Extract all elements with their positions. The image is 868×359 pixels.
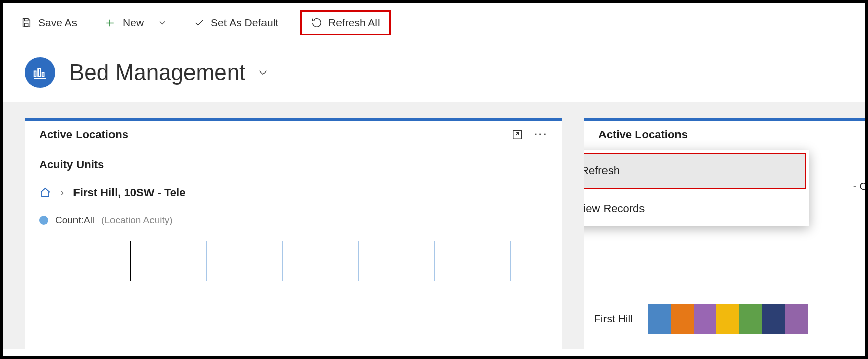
bar-segment xyxy=(785,304,808,334)
home-icon[interactable] xyxy=(39,187,51,199)
new-button[interactable]: ＋ New xyxy=(99,11,171,34)
page-title-dropdown[interactable]: Bed Management xyxy=(69,60,270,85)
chevron-down-icon xyxy=(256,66,270,79)
context-refresh[interactable]: Refresh xyxy=(584,153,806,189)
chart-legend: Count:All (Location Acuity) xyxy=(25,202,562,231)
chevron-down-icon xyxy=(157,18,167,28)
bar-segment xyxy=(671,304,694,334)
panel-active-locations-left: Active Locations ··· Acuity Units › Firs… xyxy=(25,118,562,349)
breadcrumb-left: › First Hill, 10SW - Tele xyxy=(25,181,562,202)
check-icon xyxy=(194,17,205,28)
stacked-bar xyxy=(648,304,808,334)
panel-title-left: Active Locations xyxy=(39,128,128,141)
context-view-records-label: View Records xyxy=(584,202,645,216)
svg-rect-0 xyxy=(24,18,28,21)
chart-row-label: First Hill xyxy=(589,313,633,325)
set-default-label: Set As Default xyxy=(211,17,278,29)
svg-rect-2 xyxy=(34,71,36,77)
toolbar: Save As ＋ New Set As Default Refresh All xyxy=(3,3,865,43)
chart-row-right: First Hill xyxy=(589,304,868,334)
svg-rect-5 xyxy=(513,131,521,139)
more-icon[interactable]: ··· xyxy=(534,128,548,141)
context-view-records[interactable]: View Records xyxy=(584,192,809,226)
save-icon xyxy=(21,17,32,28)
set-default-button[interactable]: Set As Default xyxy=(190,14,282,32)
breadcrumb-separator: › xyxy=(60,186,64,199)
refresh-all-label: Refresh All xyxy=(328,17,380,29)
bar-segment xyxy=(739,304,762,334)
panel-title-right: Active Locations xyxy=(598,128,688,141)
page-header: Bed Management xyxy=(3,43,865,102)
refresh-all-button[interactable]: Refresh All xyxy=(300,10,391,35)
breadcrumb-text[interactable]: First Hill, 10SW - Tele xyxy=(73,186,185,199)
svg-rect-1 xyxy=(24,23,28,26)
plus-icon: ＋ xyxy=(103,14,117,31)
legend-dot-icon xyxy=(39,216,48,225)
bar-segment xyxy=(648,304,671,334)
save-as-label: Save As xyxy=(38,17,77,29)
panel-header-left: Active Locations ··· xyxy=(25,121,562,149)
bar-segment xyxy=(716,304,739,334)
svg-line-6 xyxy=(516,132,519,135)
panel-subtitle-left: Acuity Units xyxy=(25,149,562,181)
expand-icon[interactable] xyxy=(512,129,523,140)
bar-segment xyxy=(762,304,785,334)
breadcrumb-suffix-right: - Obs xyxy=(853,180,868,192)
bar-segment xyxy=(694,304,716,334)
legend-label-sub: (Location Acuity) xyxy=(101,214,172,226)
legend-label-main: Count:All xyxy=(55,214,94,226)
content-area: Active Locations ··· Acuity Units › Firs… xyxy=(3,102,865,349)
svg-rect-3 xyxy=(38,69,40,77)
chart-ticks-right xyxy=(696,335,868,349)
context-refresh-label: Refresh xyxy=(584,164,620,177)
new-label: New xyxy=(123,17,144,29)
dashboard-icon xyxy=(25,57,55,88)
panel-header-right: Active Locations xyxy=(584,121,868,149)
svg-rect-4 xyxy=(42,73,44,77)
save-as-button[interactable]: Save As xyxy=(17,14,81,32)
page-title: Bed Management xyxy=(69,60,245,85)
panel-active-locations-right: Active Locations - Obs Refresh xyxy=(584,118,868,349)
chart-axis-left xyxy=(39,241,548,281)
context-menu: Refresh View Records xyxy=(584,150,809,226)
refresh-icon xyxy=(311,17,322,28)
